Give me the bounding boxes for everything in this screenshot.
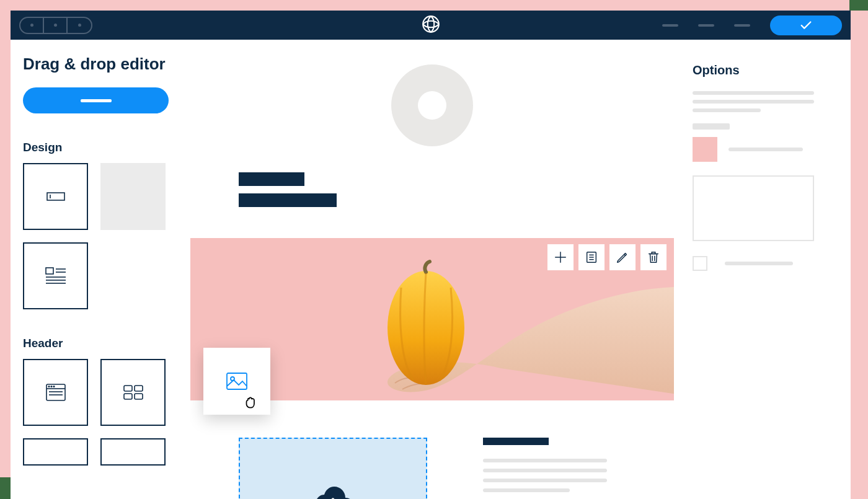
- block-text-image[interactable]: [23, 242, 88, 309]
- block-header-3[interactable]: [23, 438, 88, 466]
- svg-point-0: [423, 16, 439, 32]
- image-icon: [226, 373, 247, 390]
- add-button[interactable]: [547, 244, 574, 270]
- device-preview-selector[interactable]: [19, 17, 92, 34]
- device-desktop[interactable]: [20, 18, 44, 33]
- top-action-2[interactable]: [698, 24, 714, 27]
- block-header-4[interactable]: [100, 438, 166, 466]
- decorative-stripe: [849, 0, 868, 11]
- block-text-input[interactable]: [23, 163, 88, 230]
- option-line: [693, 91, 814, 95]
- color-value-placeholder: [728, 148, 803, 151]
- color-option-row: [693, 137, 832, 162]
- svg-point-13: [53, 386, 55, 387]
- option-checkbox[interactable]: [693, 256, 707, 271]
- delete-button[interactable]: [640, 244, 666, 270]
- option-box[interactable]: [693, 175, 814, 241]
- sidebar-title: Drag & drop editor: [23, 55, 178, 74]
- option-line: [693, 108, 761, 112]
- content-row: [190, 400, 674, 499]
- svg-rect-19: [135, 394, 143, 399]
- document-icon: [585, 250, 598, 264]
- grid-icon: [123, 385, 143, 400]
- checkbox-row: [693, 256, 832, 271]
- cloud-upload-icon: [311, 484, 355, 499]
- options-panel: Options: [674, 40, 851, 499]
- hero-section: [190, 40, 674, 238]
- design-blocks: [23, 163, 178, 309]
- blocks-sidebar: Drag & drop editor Design: [11, 40, 190, 499]
- primary-action-button[interactable]: [23, 87, 169, 113]
- edit-button[interactable]: [609, 244, 636, 270]
- top-action-1[interactable]: [662, 24, 678, 27]
- grab-cursor-icon: [242, 394, 259, 413]
- app-logo: [422, 15, 440, 35]
- canvas-area[interactable]: [190, 40, 674, 499]
- placeholder-bar: [81, 99, 112, 102]
- color-swatch[interactable]: [693, 137, 717, 162]
- header-blocks: [23, 359, 178, 466]
- logo-placeholder[interactable]: [391, 64, 473, 146]
- trash-icon: [647, 250, 660, 264]
- editor-body: Drag & drop editor Design: [11, 40, 851, 499]
- block-browser[interactable]: [23, 359, 88, 426]
- svg-rect-1: [47, 193, 64, 200]
- svg-rect-29: [227, 373, 247, 389]
- device-mobile[interactable]: [68, 18, 91, 33]
- svg-rect-3: [46, 268, 53, 274]
- svg-rect-16: [124, 386, 132, 391]
- circle-inner: [418, 91, 446, 120]
- text-content-placeholder[interactable]: [483, 438, 626, 499]
- svg-rect-17: [135, 386, 143, 391]
- device-tablet[interactable]: [44, 18, 68, 33]
- heading-placeholder: [483, 438, 549, 445]
- editor-app: Drag & drop editor Design: [11, 11, 851, 499]
- option-label: [693, 123, 730, 130]
- image-drop-zone[interactable]: [239, 438, 427, 499]
- text-image-icon: [45, 267, 66, 285]
- section-title-design: Design: [23, 141, 178, 154]
- options-title: Options: [693, 63, 832, 77]
- checkbox-label: [725, 262, 793, 265]
- plus-icon: [554, 250, 567, 264]
- svg-point-11: [48, 386, 50, 387]
- title-placeholder[interactable]: [239, 172, 337, 214]
- section-title-header: Header: [23, 337, 178, 350]
- confirm-button[interactable]: [770, 15, 842, 35]
- top-action-3[interactable]: [734, 24, 750, 27]
- browser-icon: [46, 384, 66, 401]
- decorative-corner: [0, 477, 11, 499]
- check-icon: [799, 19, 813, 32]
- pencil-icon: [616, 250, 629, 264]
- block-grid[interactable]: [100, 359, 166, 426]
- svg-rect-18: [124, 394, 132, 399]
- dragging-image-block: [203, 348, 270, 415]
- input-icon: [46, 190, 65, 203]
- top-actions: [662, 15, 842, 35]
- option-line: [693, 100, 814, 104]
- block-toolbar: [547, 244, 666, 270]
- duplicate-button[interactable]: [578, 244, 604, 270]
- spiral-icon: [422, 15, 440, 33]
- top-bar: [11, 11, 851, 40]
- block-empty: [100, 163, 166, 230]
- svg-point-12: [51, 386, 52, 387]
